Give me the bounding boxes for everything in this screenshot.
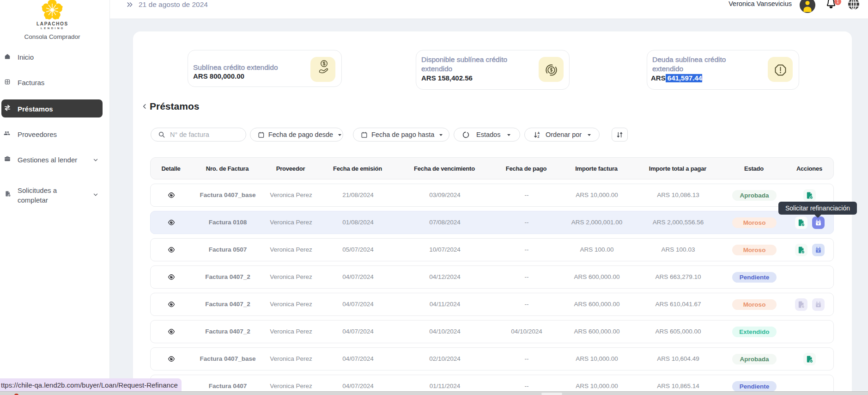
svg-text:A: A <box>538 131 540 135</box>
svg-text:Z: Z <box>538 135 540 138</box>
